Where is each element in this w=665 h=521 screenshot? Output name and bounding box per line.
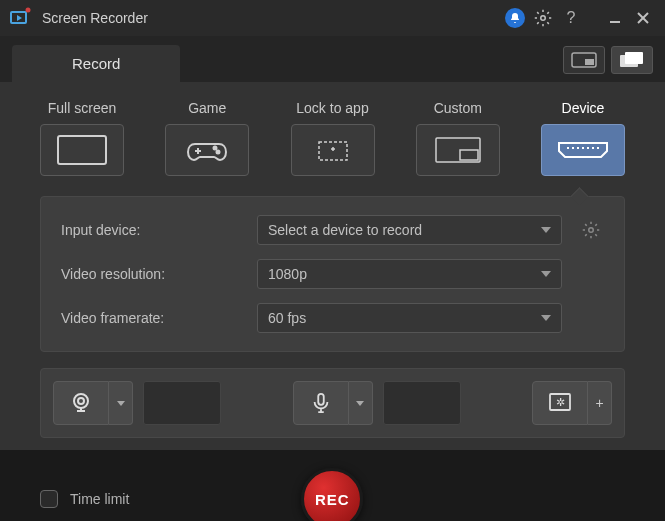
input-device-label: Input device: (61, 222, 241, 238)
input-device-dropdown[interactable]: Select a device to record (257, 215, 562, 245)
plus-icon: + (595, 395, 603, 411)
app-logo-icon (8, 6, 32, 30)
device-settings-panel: Input device: Select a device to record … (40, 196, 625, 352)
notification-button[interactable] (501, 4, 529, 32)
resolution-label: Video resolution: (61, 266, 241, 282)
help-button[interactable]: ? (557, 4, 585, 32)
custom-region-icon (432, 134, 484, 166)
tab-bar: Record (0, 36, 665, 82)
capture-device-button[interactable] (541, 124, 625, 176)
source-toolbar: ✲ + (40, 368, 625, 438)
webcam-icon (69, 391, 93, 415)
capture-modes: Full screen Game Lock to app Custom Devi… (40, 100, 625, 176)
fullscreen-icon (56, 134, 108, 166)
svg-rect-11 (58, 136, 106, 164)
close-button[interactable] (629, 4, 657, 32)
multi-window-icon (619, 51, 645, 69)
svg-point-23 (74, 394, 88, 408)
capture-label-custom: Custom (434, 100, 482, 116)
svg-marker-1 (17, 15, 22, 21)
svg-rect-8 (585, 59, 594, 65)
chevron-down-icon (541, 271, 551, 277)
lock-app-icon (307, 134, 359, 166)
framerate-dropdown[interactable]: 60 fps (257, 303, 562, 333)
overlay-icon: ✲ (548, 392, 572, 414)
capture-label-device: Device (562, 100, 605, 116)
gear-icon (582, 221, 600, 239)
svg-point-22 (589, 228, 594, 233)
framerate-label: Video framerate: (61, 310, 241, 326)
game-controller-icon (185, 136, 229, 164)
capture-label-game: Game (188, 100, 226, 116)
svg-rect-20 (460, 150, 478, 160)
chevron-down-icon (541, 227, 551, 233)
webcam-preview (143, 381, 221, 425)
minimize-button[interactable] (601, 4, 629, 32)
svg-text:✲: ✲ (556, 396, 565, 408)
overlay-add-button[interactable]: + (588, 381, 612, 425)
svg-point-14 (214, 147, 217, 150)
timelimit-label: Time limit (70, 491, 129, 507)
webcam-button[interactable] (53, 381, 109, 425)
mic-menu-button[interactable] (349, 381, 373, 425)
tab-record[interactable]: Record (12, 45, 180, 82)
chevron-down-icon (541, 315, 551, 321)
timelimit-checkbox[interactable] (40, 490, 58, 508)
svg-rect-10 (625, 52, 643, 64)
svg-point-3 (541, 16, 546, 21)
resolution-value: 1080p (268, 266, 307, 282)
input-device-settings-button[interactable] (578, 217, 604, 243)
svg-point-2 (26, 8, 31, 13)
capture-label-lock: Lock to app (296, 100, 368, 116)
minimize-icon (608, 11, 622, 25)
webcam-menu-button[interactable] (109, 381, 133, 425)
single-window-icon (571, 52, 597, 68)
mic-preview (383, 381, 461, 425)
overlay-button[interactable]: ✲ (532, 381, 588, 425)
chevron-down-icon (117, 401, 125, 406)
svg-point-24 (78, 398, 84, 404)
single-window-button[interactable] (563, 46, 605, 74)
question-icon: ? (567, 9, 576, 27)
bell-icon (505, 8, 525, 28)
framerate-value: 60 fps (268, 310, 306, 326)
close-icon (636, 11, 650, 25)
bottom-bar: Time limit REC (0, 450, 665, 521)
hdmi-icon (555, 137, 611, 163)
capture-game-button[interactable] (165, 124, 249, 176)
capture-lock-button[interactable] (291, 124, 375, 176)
microphone-icon (310, 391, 332, 415)
resolution-dropdown[interactable]: 1080p (257, 259, 562, 289)
app-title: Screen Recorder (42, 10, 501, 26)
record-button[interactable]: REC (301, 468, 363, 521)
svg-point-15 (217, 151, 220, 154)
input-device-value: Select a device to record (268, 222, 422, 238)
chevron-down-icon (356, 401, 364, 406)
capture-fullscreen-button[interactable] (40, 124, 124, 176)
mic-button[interactable] (293, 381, 349, 425)
capture-custom-button[interactable] (416, 124, 500, 176)
multi-window-button[interactable] (611, 46, 653, 74)
main-content: Full screen Game Lock to app Custom Devi… (0, 82, 665, 450)
capture-label-fullscreen: Full screen (48, 100, 116, 116)
settings-button[interactable] (529, 4, 557, 32)
svg-rect-25 (318, 394, 324, 405)
titlebar: Screen Recorder ? (0, 0, 665, 36)
record-label: REC (315, 491, 350, 508)
gear-icon (534, 9, 552, 27)
